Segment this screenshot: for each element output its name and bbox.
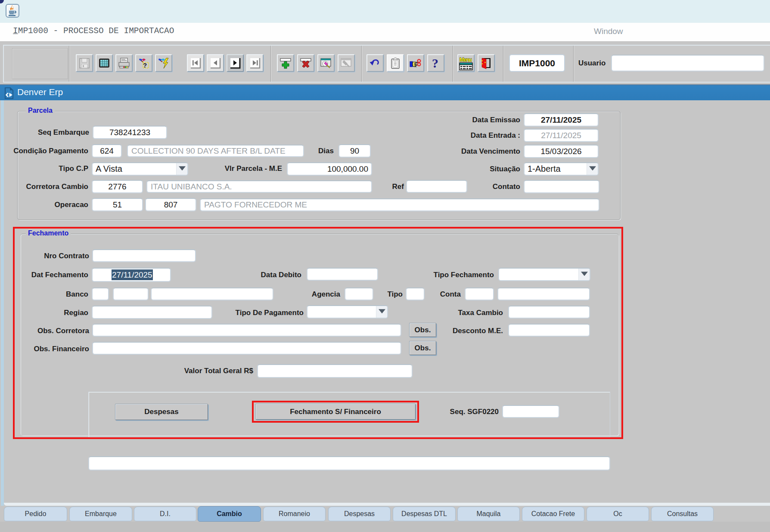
svg-text:?: ? — [432, 57, 438, 70]
svg-text:?: ? — [143, 62, 147, 69]
svg-text:Menu: Menu — [460, 56, 472, 63]
